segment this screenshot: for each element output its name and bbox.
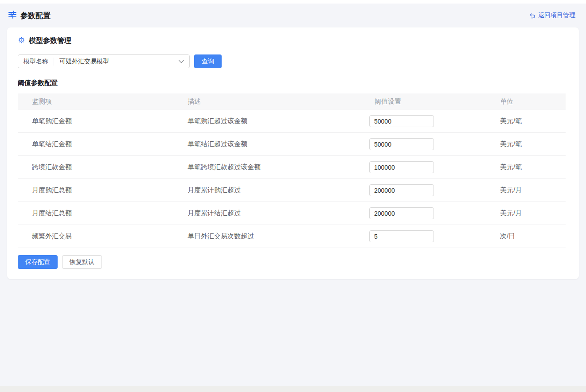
threshold-input[interactable] bbox=[369, 161, 434, 173]
desc-cell: 月度累计购汇超过 bbox=[173, 186, 360, 194]
back-to-projects-link[interactable]: 返回项目管理 bbox=[529, 12, 575, 19]
query-row: 模型名称 可疑外汇交易模型 查询 bbox=[18, 54, 568, 68]
gear-icon bbox=[18, 36, 25, 46]
threshold-input[interactable] bbox=[369, 207, 434, 219]
item-cell: 月度购汇总额 bbox=[18, 186, 173, 194]
table-header-row: 监测项 描述 阈值设置 单位 bbox=[18, 93, 566, 110]
model-name-value: 可疑外汇交易模型 bbox=[54, 58, 179, 66]
table-row: 单笔购汇金额 单笔购汇超过该金额 美元/笔 bbox=[18, 110, 566, 133]
table-row: 月度结汇总额 月度累计结汇超过 美元/月 bbox=[18, 202, 566, 225]
table-row: 单笔结汇金额 单笔结汇超过该金额 美元/笔 bbox=[18, 133, 566, 156]
table-row: 跨境汇款金额 单笔跨境汇款超过该金额 美元/笔 bbox=[18, 156, 566, 179]
item-cell: 单笔购汇金额 bbox=[18, 117, 173, 125]
page-title: 参数配置 bbox=[20, 11, 51, 21]
desc-cell: 单笔购汇超过该金额 bbox=[173, 117, 360, 125]
actions-row: 保存配置 恢复默认 bbox=[18, 255, 568, 269]
unit-cell: 美元/月 bbox=[486, 209, 566, 217]
unit-cell: 美元/笔 bbox=[486, 163, 566, 171]
chevron-down-icon bbox=[179, 60, 189, 63]
unit-cell: 美元/月 bbox=[486, 186, 566, 194]
top-strip bbox=[0, 0, 586, 4]
save-config-button[interactable]: 保存配置 bbox=[18, 255, 58, 269]
restore-defaults-button[interactable]: 恢复默认 bbox=[62, 255, 102, 269]
model-name-label: 模型名称 bbox=[18, 58, 54, 66]
threshold-input[interactable] bbox=[369, 138, 434, 150]
unit-cell: 次/日 bbox=[486, 232, 566, 241]
table-row: 频繁外汇交易 单日外汇交易次数超过 次/日 bbox=[18, 225, 566, 248]
threshold-table: 监测项 描述 阈值设置 单位 单笔购汇金额 单笔购汇超过该金额 美元/笔 单笔结… bbox=[18, 93, 566, 248]
desc-cell: 单笔结汇超过该金额 bbox=[173, 140, 360, 148]
desc-cell: 单笔跨境汇款超过该金额 bbox=[173, 163, 360, 171]
query-button[interactable]: 查询 bbox=[194, 54, 222, 68]
item-cell: 跨境汇款金额 bbox=[18, 163, 173, 171]
bottom-strip bbox=[0, 386, 586, 392]
col-header-threshold: 阈值设置 bbox=[360, 97, 486, 106]
col-header-desc: 描述 bbox=[173, 97, 360, 106]
unit-cell: 美元/笔 bbox=[486, 117, 566, 125]
threshold-input[interactable] bbox=[369, 230, 434, 242]
item-cell: 频繁外汇交易 bbox=[18, 232, 173, 241]
unit-cell: 美元/笔 bbox=[486, 140, 566, 148]
table-row: 月度购汇总额 月度累计购汇超过 美元/月 bbox=[18, 179, 566, 202]
col-header-unit: 单位 bbox=[486, 97, 566, 106]
section-header: 模型参数管理 bbox=[18, 36, 568, 46]
sliders-icon bbox=[8, 10, 17, 21]
threshold-table-title: 阈值参数配置 bbox=[18, 79, 568, 87]
model-parameter-card: 模型参数管理 模型名称 可疑外汇交易模型 查询 阈值参数配置 监测项 描述 阈值… bbox=[7, 27, 579, 279]
back-icon bbox=[529, 12, 535, 19]
col-header-item: 监测项 bbox=[18, 97, 173, 106]
threshold-input[interactable] bbox=[369, 115, 434, 127]
item-cell: 月度结汇总额 bbox=[18, 209, 173, 217]
threshold-input[interactable] bbox=[369, 184, 434, 196]
section-title: 模型参数管理 bbox=[29, 36, 71, 46]
back-link-label: 返回项目管理 bbox=[538, 12, 575, 19]
desc-cell: 月度累计结汇超过 bbox=[173, 209, 360, 217]
item-cell: 单笔结汇金额 bbox=[18, 140, 173, 148]
page-header-left: 参数配置 bbox=[8, 10, 51, 21]
page-header: 参数配置 返回项目管理 bbox=[0, 4, 586, 27]
model-name-select[interactable]: 模型名称 可疑外汇交易模型 bbox=[18, 54, 190, 68]
desc-cell: 单日外汇交易次数超过 bbox=[173, 232, 360, 241]
